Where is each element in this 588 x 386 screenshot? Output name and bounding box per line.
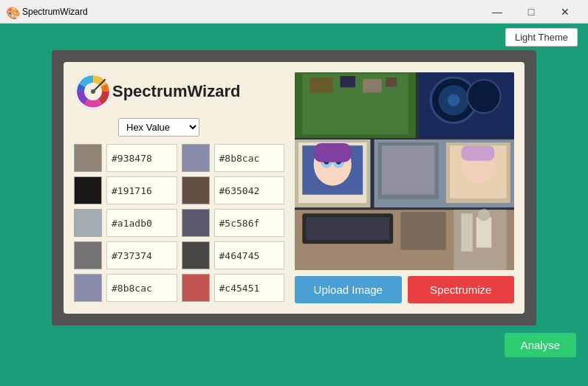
color-swatch-2 (74, 176, 102, 204)
image-svg (295, 72, 514, 270)
color-value-3: #635042 (214, 176, 285, 204)
color-value-8: #8b8cac (106, 274, 177, 302)
svg-point-3 (91, 89, 95, 94)
color-value-2: #191716 (106, 176, 177, 204)
color-grid: #938478 #8b8cac #191716 #635042 (74, 144, 284, 302)
color-row: #c45451 (182, 274, 285, 302)
color-value-6: #737374 (106, 241, 177, 269)
window-controls: — □ ✕ (480, 0, 582, 24)
title-bar-text: SpectrumWizard (22, 7, 480, 17)
title-bar: 🎨 SpectrumWizard — □ ✕ (0, 0, 588, 24)
upload-image-button[interactable]: Upload Image (295, 276, 402, 303)
svg-point-39 (478, 209, 490, 221)
main-content: SpectrumWizard Hex Value RGB HSL #938478… (52, 50, 536, 325)
svg-rect-9 (363, 79, 382, 92)
color-swatch-5 (182, 209, 210, 237)
color-row: #5c586f (182, 209, 285, 237)
analyse-button[interactable]: Analyse (505, 333, 576, 357)
svg-point-14 (448, 94, 459, 106)
color-format-dropdown[interactable]: Hex Value RGB HSL (118, 118, 199, 137)
color-value-4: #a1adb0 (106, 209, 177, 237)
color-value-5: #5c586f (214, 209, 285, 237)
color-row: #8b8cac (74, 274, 177, 302)
logo-area: SpectrumWizard (74, 72, 284, 111)
color-swatch-3 (182, 176, 210, 204)
app-title: SpectrumWizard (112, 82, 240, 101)
color-row: #a1adb0 (74, 209, 177, 237)
bottom-bar: Analyse (0, 325, 588, 365)
svg-rect-31 (461, 145, 494, 160)
color-row: #938478 (74, 144, 177, 172)
color-swatch-1 (182, 144, 210, 172)
color-swatch-0 (74, 144, 102, 172)
color-row: #737374 (74, 241, 177, 269)
light-theme-button[interactable]: Light Theme (505, 28, 578, 46)
app-icon: 🎨 (6, 6, 18, 18)
color-value-7: #464745 (214, 241, 285, 269)
svg-rect-24 (314, 143, 352, 162)
svg-point-15 (468, 80, 501, 113)
color-swatch-9 (182, 274, 210, 302)
color-row: #191716 (74, 176, 177, 204)
svg-rect-27 (382, 145, 435, 195)
svg-rect-34 (306, 217, 389, 240)
app-logo (74, 72, 112, 111)
close-button[interactable]: ✕ (548, 0, 582, 24)
color-swatch-8 (74, 274, 102, 302)
color-row: #8b8cac (182, 144, 285, 172)
color-value-0: #938478 (106, 144, 177, 172)
color-row: #464745 (182, 241, 285, 269)
top-bar: Light Theme (0, 24, 588, 50)
color-swatch-6 (74, 241, 102, 269)
left-panel: SpectrumWizard Hex Value RGB HSL #938478… (74, 72, 284, 303)
inner-panel: SpectrumWizard Hex Value RGB HSL #938478… (64, 62, 524, 314)
svg-rect-35 (400, 212, 445, 249)
svg-rect-8 (340, 76, 355, 87)
svg-rect-38 (476, 217, 491, 247)
image-display (295, 72, 514, 270)
svg-rect-7 (310, 77, 332, 92)
color-row: #635042 (182, 176, 285, 204)
svg-rect-37 (461, 213, 472, 251)
spectrumize-button[interactable]: Spectrumize (408, 276, 515, 303)
color-swatch-4 (74, 209, 102, 237)
minimize-button[interactable]: — (480, 0, 514, 24)
color-swatch-7 (182, 241, 210, 269)
action-buttons: Upload Image Spectrumize (295, 276, 514, 303)
right-panel: Upload Image Spectrumize (295, 72, 514, 303)
color-value-9: #c45451 (214, 274, 285, 302)
svg-rect-10 (386, 77, 397, 86)
maximize-button[interactable]: □ (514, 0, 548, 24)
color-value-1: #8b8cac (214, 144, 285, 172)
